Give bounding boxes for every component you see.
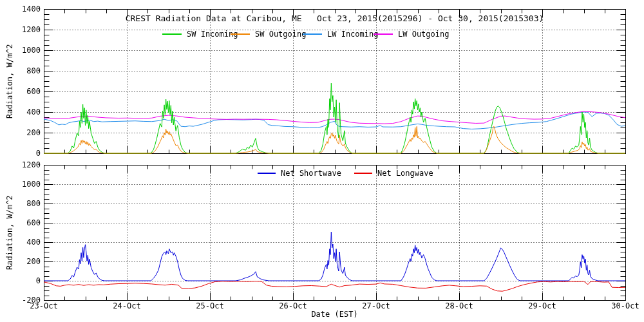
legend-label: LW Incoming xyxy=(327,30,378,39)
net-shortwave-line-swatch xyxy=(258,173,276,174)
legend-item-net-longwave: Net Longwave xyxy=(354,169,433,177)
x-axis-label: Date (EST) xyxy=(44,310,625,319)
legend-item-lw-outgoing: LW Outgoing xyxy=(374,30,449,38)
sw-outgoing-line-swatch xyxy=(231,33,250,35)
top-y-axis-label: Radiation, W/m^2 xyxy=(5,44,14,118)
net-longwave-line-swatch xyxy=(354,173,372,174)
legend-item-sw-incoming: SW Incoming xyxy=(162,30,238,38)
legend-label: LW Outgoing xyxy=(398,30,449,39)
legend-item-sw-outgoing: SW Outgoing xyxy=(231,30,306,38)
legend-item-net-shortwave: Net Shortwave xyxy=(258,169,341,177)
legend-item-lw-incoming: LW Incoming xyxy=(303,30,378,38)
bottom-y-axis-label: Radiation, W/m^2 xyxy=(5,195,14,270)
lw-outgoing-line-swatch xyxy=(374,33,393,35)
radiation-figure: CREST Radiation Data at Caribou, ME Oct … xyxy=(0,0,644,322)
lw-incoming-line-swatch xyxy=(303,33,322,35)
radiation-chart-canvas xyxy=(0,0,644,322)
legend-label: Net Shortwave xyxy=(281,169,341,178)
legend-label: SW Outgoing xyxy=(255,30,306,39)
chart-title: CREST Radiation Data at Caribou, ME Oct … xyxy=(44,14,625,23)
sw-incoming-line-swatch xyxy=(162,33,182,35)
legend-label: Net Longwave xyxy=(377,169,433,178)
